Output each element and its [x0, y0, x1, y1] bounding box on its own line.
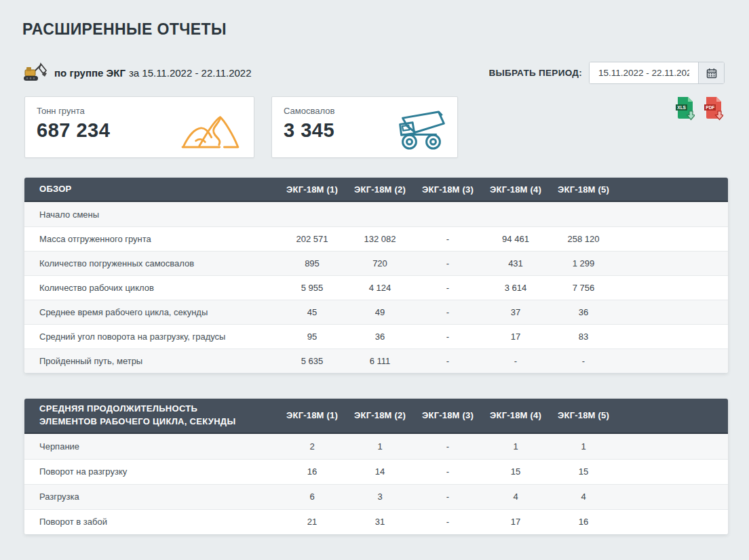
table-row: Среднее время рабочего цикла, секунды454…: [24, 300, 728, 324]
row-label: Пройденный путь, метры: [24, 356, 278, 366]
cell-value: 3: [346, 492, 414, 502]
cell-value: 1: [550, 441, 617, 452]
cell-value: 16: [550, 517, 617, 527]
row-label: Поворот на разгрузку: [24, 466, 278, 477]
table-row: Начало смены: [24, 202, 728, 226]
cell-value: 1: [346, 441, 414, 452]
cell-value: 21: [278, 517, 346, 527]
export-buttons: XLS PDF: [676, 96, 723, 121]
row-label: Черпание: [24, 441, 278, 452]
cell-value: 5 955: [278, 283, 346, 293]
column-header: ЭКГ-18М (4): [482, 184, 550, 195]
page-title: РАСШИРЕННЫЕ ОТЧЕТЫ: [22, 20, 227, 39]
cell-value: 14: [346, 466, 414, 477]
cell-value: -: [414, 356, 482, 366]
cell-value: 15: [550, 466, 617, 477]
table-header-row: ОБЗОРЭКГ-18М (1)ЭКГ-18М (2)ЭКГ-18М (3)ЭК…: [24, 178, 728, 202]
column-header: ЭКГ-18М (3): [414, 184, 482, 195]
table-header-row: СРЕДНЯЯ ПРОДОЛЖИТЕЛЬНОСТЬ ЭЛЕМЕНТОВ РАБО…: [24, 399, 728, 434]
cell-value: -: [414, 332, 482, 342]
column-header: ЭКГ-18М (2): [346, 410, 414, 420]
subtitle-group: по группе ЭКГ: [54, 67, 126, 79]
export-pdf-button[interactable]: PDF: [704, 96, 723, 121]
dump-truck-icon: [393, 106, 448, 151]
cell-value: 3 614: [482, 283, 550, 293]
column-header: ЭКГ-18М (1): [278, 410, 346, 420]
row-label: Среднее время рабочего цикла, секунды: [24, 307, 278, 317]
cell-value: 49: [346, 307, 414, 317]
cell-value: -: [414, 441, 482, 452]
cell-value: -: [414, 492, 482, 502]
cell-value: 31: [346, 517, 414, 527]
table-title: ОБЗОР: [24, 183, 278, 196]
cell-value: -: [482, 356, 550, 366]
period-selector: ВЫБРАТЬ ПЕРИОД:: [488, 62, 725, 84]
column-header: ЭКГ-18М (1): [278, 184, 346, 195]
cell-value: 17: [482, 332, 550, 342]
cell-value: 2: [278, 441, 346, 452]
cell-value: 1: [482, 441, 550, 452]
table-title: СРЕДНЯЯ ПРОДОЛЖИТЕЛЬНОСТЬ ЭЛЕМЕНТОВ РАБО…: [24, 403, 278, 428]
cell-value: 5 635: [278, 356, 346, 366]
cell-value: -: [414, 517, 482, 527]
cell-value: 15: [482, 466, 550, 477]
column-header: ЭКГ-18М (3): [414, 410, 482, 420]
row-label: Средний угол поворота на разгрузку, град…: [24, 332, 278, 342]
overview-table: ОБЗОРЭКГ-18М (1)ЭКГ-18М (2)ЭКГ-18М (3)ЭК…: [24, 178, 728, 373]
cell-value: 4: [550, 492, 617, 502]
report-subtitle: по группе ЭКГза 15.11.2022 - 22.11.2022: [22, 62, 252, 83]
table-row: Разгрузка63-44: [24, 484, 728, 509]
subtitle-period: за 15.11.2022 - 22.11.2022: [129, 67, 252, 79]
cell-value: 17: [482, 517, 550, 527]
cell-value: -: [414, 307, 482, 317]
cell-value: -: [414, 258, 482, 268]
cell-value: 431: [482, 258, 550, 268]
cell-value: 895: [278, 258, 346, 268]
row-label: Поворот в забой: [24, 517, 278, 527]
column-header: ЭКГ-18М (4): [482, 410, 550, 420]
export-pdf-label: PDF: [706, 105, 714, 110]
period-input[interactable]: [590, 62, 698, 83]
cell-value: 258 120: [550, 234, 617, 244]
cell-value: 36: [550, 307, 617, 317]
calendar-icon: [706, 68, 717, 79]
cell-value: 6: [278, 492, 346, 502]
row-label: Количество рабочих циклов: [24, 283, 278, 293]
cell-value: 202 571: [278, 234, 346, 244]
cell-value: 4: [482, 492, 550, 502]
cell-value: 1 299: [550, 258, 617, 268]
cell-value: 94 461: [482, 234, 550, 244]
cycle-duration-table: СРЕДНЯЯ ПРОДОЛЖИТЕЛЬНОСТЬ ЭЛЕМЕНТОВ РАБО…: [24, 399, 728, 534]
table-row: Средний угол поворота на разгрузку, град…: [24, 324, 728, 348]
period-label: ВЫБРАТЬ ПЕРИОД:: [488, 68, 582, 78]
cell-value: 36: [346, 332, 414, 342]
row-label: Начало смены: [24, 209, 278, 220]
cell-value: 16: [278, 466, 346, 477]
row-label: Количество погруженных самосвалов: [24, 258, 278, 268]
column-header: ЭКГ-18М (5): [550, 184, 617, 195]
table-row: Масса отгруженного грунта202 571132 082-…: [24, 226, 728, 251]
cell-value: -: [414, 234, 482, 244]
table-row: Поворот на разгрузку1614-1515: [24, 459, 728, 484]
cell-value: 6 111: [346, 356, 414, 366]
row-label: Масса отгруженного грунта: [24, 234, 278, 244]
cell-value: 7 756: [550, 283, 617, 293]
cell-value: -: [414, 283, 482, 293]
cell-value: 132 082: [346, 234, 414, 244]
cell-value: 45: [278, 307, 346, 317]
extended-reports-page: РАСШИРЕННЫЕ ОТЧЕТЫ по группе ЭКГза 15.11…: [0, 0, 749, 560]
stat-card-tons: Тонн грунта 687 234: [24, 96, 254, 158]
stat-card-trucks: Самосвалов 3 345: [271, 96, 458, 158]
mountain-icon: [178, 112, 243, 151]
export-xls-button[interactable]: XLS: [676, 96, 695, 121]
cell-value: 83: [550, 332, 617, 342]
table-row: Черпание21-11: [24, 434, 728, 459]
table-row: Количество рабочих циклов5 9554 124-3 61…: [24, 275, 728, 300]
column-header: ЭКГ-18М (5): [550, 410, 617, 420]
cell-value: 95: [278, 332, 346, 342]
table-row: Пройденный путь, метры5 6356 111---: [24, 348, 728, 373]
export-xls-label: XLS: [677, 105, 686, 110]
cell-value: -: [414, 466, 482, 477]
calendar-button[interactable]: [698, 62, 724, 83]
row-label: Разгрузка: [24, 492, 278, 502]
